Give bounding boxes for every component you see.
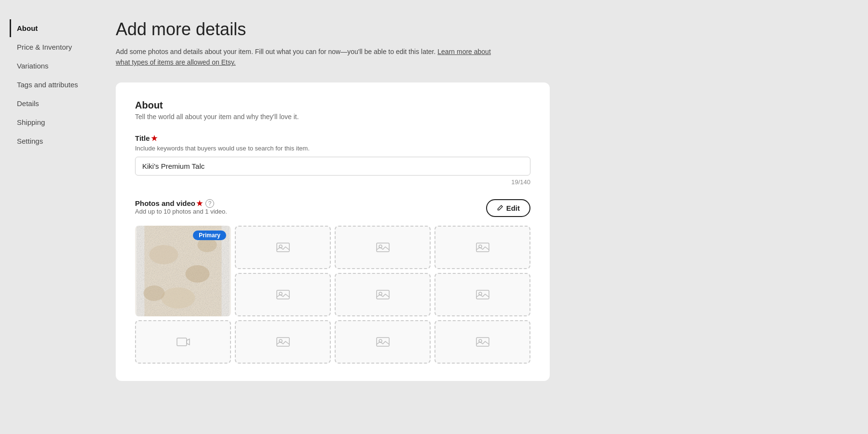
photo-cell-empty-5[interactable]	[335, 273, 431, 316]
sidebar-item-settings[interactable]: Settings	[10, 132, 87, 150]
photo-placeholder-icon	[276, 289, 290, 300]
subtitle-text: Add some photos and details about your i…	[116, 48, 435, 55]
photo-placeholder-icon	[476, 242, 489, 253]
sidebar-label-tags: Tags and attributes	[17, 81, 78, 89]
photo-placeholder-icon	[476, 289, 489, 300]
photo-placeholder-icon	[476, 336, 489, 348]
photo-placeholder-icon	[276, 242, 290, 253]
section-title: About	[135, 100, 530, 111]
photo-placeholder-icon	[376, 336, 390, 348]
photos-label: Photos and video★	[135, 199, 203, 208]
photo-placeholder-icon	[376, 289, 390, 300]
sidebar-label-shipping: Shipping	[17, 118, 45, 126]
photo-cell-empty-6[interactable]	[434, 273, 530, 316]
svg-point-2	[149, 245, 178, 264]
sidebar-item-tags[interactable]: Tags and attributes	[10, 76, 87, 94]
photos-header: Photos and video★ ? Add up to 10 photos …	[135, 199, 530, 222]
video-placeholder-icon	[176, 336, 190, 348]
photo-grid: Primary	[135, 226, 530, 364]
sidebar-item-details[interactable]: Details	[10, 95, 87, 112]
photos-hint: Add up to 10 photos and 1 video.	[135, 208, 227, 215]
photo-cell-video[interactable]	[135, 320, 231, 364]
char-count: 19/140	[135, 178, 530, 186]
title-input[interactable]	[135, 157, 530, 176]
sidebar-label-settings: Settings	[17, 137, 43, 145]
photo-cell-empty-7[interactable]	[235, 320, 331, 364]
svg-rect-20	[277, 338, 289, 346]
svg-rect-15	[377, 290, 389, 299]
svg-point-6	[144, 285, 165, 301]
photo-cell-primary[interactable]: Primary	[135, 226, 231, 316]
edit-button[interactable]: Edit	[486, 199, 530, 217]
sidebar-item-shipping[interactable]: Shipping	[10, 113, 87, 131]
sidebar-item-variations[interactable]: Variations	[10, 57, 87, 75]
pencil-icon	[497, 204, 503, 211]
required-star: ★	[151, 134, 157, 142]
section-subtitle: Tell the world all about your item and w…	[135, 113, 530, 121]
photos-label-group: Photos and video★ ? Add up to 10 photos …	[135, 199, 227, 222]
primary-badge: Primary	[193, 231, 226, 240]
photo-cell-empty-3[interactable]	[434, 226, 530, 269]
photo-cell-empty-1[interactable]	[235, 226, 331, 269]
photos-help-icon[interactable]: ?	[205, 199, 214, 208]
sidebar-label-price-inventory: Price & Inventory	[17, 43, 72, 51]
sidebar-label-variations: Variations	[17, 62, 49, 70]
sidebar-item-about[interactable]: About	[10, 19, 87, 37]
photo-placeholder-icon	[376, 242, 390, 253]
sidebar-label-about: About	[17, 24, 38, 32]
svg-rect-19	[177, 338, 187, 346]
page-title: Add more details	[116, 19, 839, 40]
photo-placeholder-icon	[276, 336, 290, 348]
page-subtitle: Add some photos and details about your i…	[116, 46, 492, 68]
title-field-label: Title★	[135, 134, 530, 143]
svg-rect-7	[277, 243, 289, 252]
svg-rect-11	[476, 243, 489, 252]
main-content: Add more details Add some photos and det…	[87, 0, 868, 434]
svg-point-3	[186, 265, 210, 283]
sidebar-label-details: Details	[17, 99, 39, 108]
main-card: About Tell the world all about your item…	[116, 82, 550, 381]
photo-cell-empty-4[interactable]	[235, 273, 331, 316]
title-field-hint: Include keywords that buyers would use t…	[135, 145, 530, 152]
svg-rect-13	[277, 290, 289, 299]
svg-rect-17	[476, 290, 489, 299]
svg-rect-9	[377, 243, 389, 252]
sidebar-item-price-inventory[interactable]: Price & Inventory	[10, 38, 87, 56]
svg-rect-22	[377, 338, 389, 346]
photo-cell-empty-8[interactable]	[335, 320, 431, 364]
svg-rect-24	[476, 338, 489, 346]
photo-cell-empty-9[interactable]	[434, 320, 530, 364]
sidebar: About Price & Inventory Variations Tags …	[0, 0, 87, 434]
photo-cell-empty-2[interactable]	[335, 226, 431, 269]
svg-point-4	[162, 287, 195, 309]
